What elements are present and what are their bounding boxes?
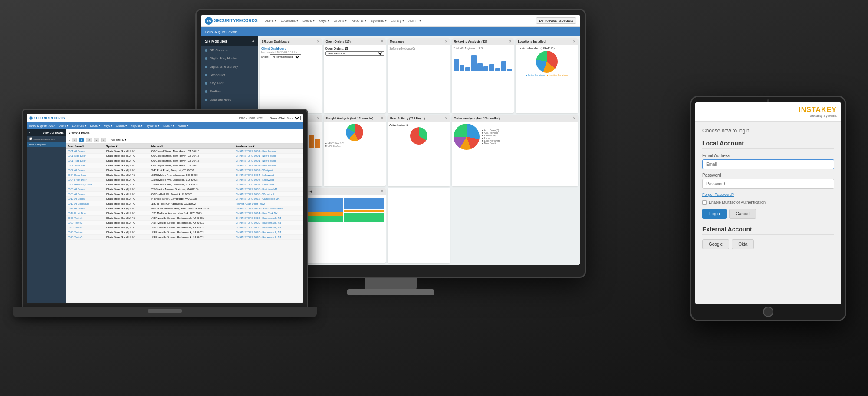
cell-7-0[interactable]: 0004 Inventory Room — [66, 182, 104, 187]
headquarters-link[interactable]: CHAIN STORE 0001 - New Haven — [236, 155, 276, 157]
headquarters-link[interactable]: CHAIN STORE 0020 - Hackensack, NJ — [236, 217, 281, 219]
widget-close-client-dashboard[interactable]: ✕ — [317, 40, 320, 43]
laptop-nav-orders[interactable]: Orders ▾ — [116, 124, 127, 128]
laptop-nav-users[interactable]: Users ▾ — [59, 124, 69, 128]
door-name-link[interactable]: 0004 Front Door — [68, 178, 87, 181]
door-name-link[interactable]: 0012 All Doors — [68, 198, 85, 200]
sidebar-item-key-audit[interactable]: Key Audit — [201, 79, 258, 87]
door-name-link[interactable]: 0013 All Doors — [68, 207, 85, 210]
widget-close-order-analysis[interactable]: ✕ — [573, 116, 576, 120]
demo-selector[interactable]: Demo Retail Specialty — [536, 17, 576, 24]
show-deleted-checkbox[interactable] — [29, 137, 32, 140]
cell-18-3[interactable]: CHAIN STORE 0020 - Hackensack, NJ — [234, 235, 303, 240]
show-select[interactable]: All Items checked — [270, 54, 301, 59]
sidebar-item-site-survey[interactable]: Digital Site Survey — [201, 63, 258, 71]
password-input[interactable] — [702, 179, 834, 189]
headquarters-link[interactable]: CHAIN STORE 0013 - South Nashua NH — [236, 207, 283, 210]
widget-close-freight[interactable]: ✕ — [381, 116, 384, 120]
headquarters-link[interactable]: CHAIN STORE 0001 - New Haven — [236, 150, 276, 152]
laptop-nav-library[interactable]: Library ▾ — [163, 124, 174, 128]
email-input[interactable] — [702, 159, 834, 169]
nav-users[interactable]: Users ▾ — [265, 19, 276, 23]
headquarters-link[interactable]: CHAIN STORE 0004 - Lakewood — [236, 178, 274, 181]
forgot-password-link[interactable]: Forgot Password? — [702, 192, 834, 197]
col-system[interactable]: System ▾ — [104, 144, 148, 149]
door-name-link[interactable]: 0020 Test #5 — [68, 236, 82, 238]
headquarters-link[interactable]: CHAIN STORE 0020 - Hackensack, NJ — [236, 236, 281, 238]
cell-13-3[interactable]: CHAIN STORE 0014 - New York NY — [234, 211, 303, 216]
headquarters-link[interactable]: CHAIN STORE 0008 - Warwick RI — [236, 193, 275, 195]
widget-close-rekeying[interactable]: ✕ — [509, 40, 512, 43]
door-name-link[interactable]: 0002 All Doors — [68, 169, 85, 172]
door-name-link[interactable]: 0020 Test #4 — [68, 231, 82, 234]
cell-2-0[interactable]: 0001 Trap Door — [66, 158, 104, 163]
cell-9-3[interactable]: CHAIN STORE 0008 - Warwick RI — [234, 192, 303, 197]
cell-14-3[interactable]: CHAIN STORE 0020 - Hackensack, NJ — [234, 216, 303, 221]
cancel-button[interactable]: Cancel — [729, 209, 756, 219]
headquarters-link[interactable]: CHAIN STORE 0001 - New Haven — [236, 164, 276, 167]
cell-17-3[interactable]: CHAIN STORE 0020 - Hackensack, NJ — [234, 230, 303, 235]
widget-close-locations[interactable]: ✕ — [573, 40, 576, 43]
laptop-nav-admin[interactable]: Admin ▾ — [178, 124, 188, 128]
cell-5-0[interactable]: 0004 Back Door — [66, 173, 104, 178]
page-next-btn[interactable]: › — [101, 138, 106, 142]
laptop-nav-reports[interactable]: Reports ▾ — [131, 124, 143, 128]
door-name-link[interactable]: 0005 All Doors — [68, 188, 85, 191]
nav-reports[interactable]: Reports ▾ — [351, 19, 366, 23]
door-name-link[interactable]: 0014 Front Door — [68, 212, 87, 214]
cell-8-3[interactable]: CHAIN STORE 0005 - Braintree MA — [234, 187, 303, 192]
cell-16-0[interactable]: 0020 Test #3 — [66, 225, 104, 230]
headquarters-link[interactable]: CHAIN STORE 0014 - New York NY — [236, 212, 278, 214]
col-door-name[interactable]: Door Name ▾ — [66, 144, 104, 149]
page-2-btn[interactable]: 2 — [86, 138, 92, 142]
cell-3-0[interactable]: 0001 Vestibule — [66, 163, 104, 168]
cell-6-0[interactable]: 0004 Front Door — [66, 178, 104, 182]
door-name-link[interactable]: 0001 Trap Door — [68, 159, 86, 162]
door-name-link[interactable]: 0020 Test #3 — [68, 226, 82, 229]
cell-0-0[interactable]: 0001 All Doors — [66, 149, 104, 154]
headquarters-link[interactable]: CHAIN STORE 0020 - Hackensack, NJ — [236, 226, 281, 229]
col-headquarters[interactable]: Headquarters ▾ — [234, 144, 303, 149]
cell-12-0[interactable]: 0013 All Doors — [66, 206, 104, 211]
headquarters-link[interactable]: CHAIN STORE 0001 - New Haven — [236, 159, 276, 162]
nav-locations[interactable]: Locations ▾ — [281, 19, 298, 23]
door-name-link[interactable]: 0004 Inventory Room — [68, 183, 92, 186]
widget-close-order-turnaround[interactable]: ✕ — [381, 189, 384, 193]
sidebar-item-data-services[interactable]: Data Services — [201, 96, 258, 104]
cell-6-3[interactable]: CHAIN STORE 0004 - Lakewood — [234, 178, 303, 182]
door-name-link[interactable]: 0001 Side Door — [68, 155, 86, 157]
widget-close-messages[interactable]: ✕ — [445, 40, 448, 43]
cell-15-3[interactable]: CHAIN STORE 0020 - Hackensack, NJ — [234, 221, 303, 225]
cell-18-0[interactable]: 0020 Test #5 — [66, 235, 104, 240]
door-name-link[interactable]: 0001 Vestibule — [68, 164, 85, 167]
nav-systems[interactable]: Systems ▾ — [371, 19, 387, 23]
headquarters-link[interactable]: CHAIN STORE 0012 - Cambridge MA — [236, 198, 279, 200]
order-select[interactable]: Select an Order — [326, 51, 385, 56]
cell-14-0[interactable]: 0020 Test #1 — [66, 216, 104, 221]
google-button[interactable]: Google — [702, 239, 729, 249]
cell-10-0[interactable]: 0012 All Doors — [66, 197, 104, 201]
okta-button[interactable]: Okta — [732, 239, 754, 249]
nav-keys[interactable]: Keys ▾ — [319, 19, 329, 23]
login-button[interactable]: Login — [702, 209, 727, 219]
cell-4-3[interactable]: CHAIN STORE 0002 - Westport — [234, 168, 303, 173]
headquarters-link[interactable]: CHAIN STORE 0004 - Lakewood — [236, 174, 274, 176]
nav-library[interactable]: Library ▾ — [391, 19, 404, 23]
cell-11-0[interactable]: 0012 All Doors (3) — [66, 201, 104, 206]
cell-16-3[interactable]: CHAIN STORE 0020 - Hackensack, NJ — [234, 225, 303, 230]
laptop-demo-select[interactable]: Demo - Chain Store — [268, 116, 301, 120]
sidebar-item-scheduler[interactable]: Scheduler — [201, 71, 258, 79]
cell-13-0[interactable]: 0014 Front Door — [66, 211, 104, 216]
sidebar-item-profiles[interactable]: Profiles — [201, 87, 258, 96]
headquarters-link[interactable]: CHAIN STORE 0020 - Hackensack, NJ — [236, 231, 281, 234]
laptop-nav-systems[interactable]: Systems ▾ — [146, 124, 160, 128]
headquarters-link[interactable]: CHAIN STORE 0005 - Braintree MA — [236, 188, 277, 191]
nav-admin[interactable]: Admin ▾ — [408, 19, 421, 23]
widget-close-key-transitions[interactable]: ✕ — [317, 116, 320, 120]
door-name-link[interactable]: 0012 All Doors (3) — [68, 202, 89, 205]
nav-orders[interactable]: Orders ▾ — [334, 19, 347, 23]
widget-close-user-activity[interactable]: ✕ — [445, 116, 448, 120]
cell-3-3[interactable]: CHAIN STORE 0001 - New Haven — [234, 163, 303, 168]
headquarters-link[interactable]: Pet Vet Asian Diner - 012 — [236, 202, 265, 205]
page-1-btn[interactable]: 1 — [79, 138, 84, 142]
